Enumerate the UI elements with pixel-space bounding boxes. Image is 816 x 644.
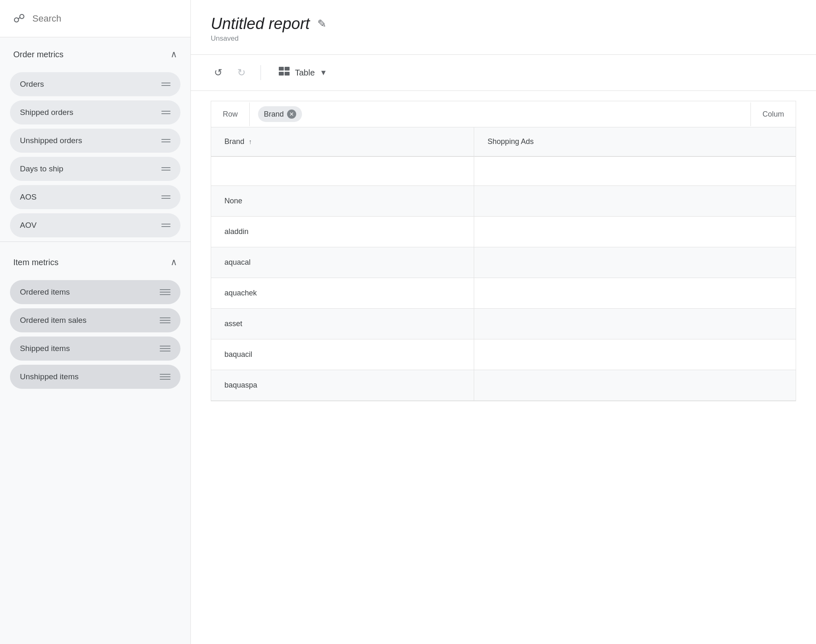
shipped-orders-drag-handle[interactable] [161,111,171,114]
svg-rect-2 [279,72,284,76]
sidebar-item-shipped-items[interactable]: Shipped items [10,337,180,361]
brand-cell: baquaspa [211,370,474,400]
shopping-ads-header-label: Shopping Ads [487,137,533,146]
sidebar-item-orders[interactable]: Orders [10,72,180,96]
svg-rect-0 [279,67,284,71]
svg-rect-3 [285,72,290,76]
main-panel: Untitled report ✎ Unsaved ↺ ↻ [191,0,816,644]
table-header-row: Brand ↑ Shopping Ads [211,127,796,156]
report-title: Untitled report [211,15,310,33]
brand-cell: asset [211,308,474,339]
svg-rect-1 [285,67,290,71]
orders-label: Orders [20,80,44,89]
aov-drag-handle[interactable] [161,224,171,227]
sort-icon: ↑ [248,138,252,146]
shopping-ads-cell [474,185,796,216]
shopping-ads-cell [474,339,796,370]
shopping-ads-cell [474,216,796,247]
aov-label: AOV [20,221,37,230]
ordered-item-sales-drag-handle[interactable] [160,317,171,323]
table-type-button[interactable]: Table ▼ [273,63,333,82]
order-metrics-chevron[interactable]: ∧ [171,49,177,60]
data-table-wrapper: Brand ↑ Shopping Ads Nonealaddinaquacala… [211,127,796,401]
ordered-items-label: Ordered items [20,288,70,297]
orders-drag-handle[interactable] [161,83,171,86]
sidebar-item-ordered-items[interactable]: Ordered items [10,280,180,304]
brand-chip-remove[interactable]: ✕ [287,110,296,119]
brand-cell [211,156,474,185]
table-icon [278,66,290,79]
unshipped-items-drag-handle[interactable] [160,374,171,380]
sidebar-item-days-to-ship[interactable]: Days to ship [10,157,180,181]
report-title-row: Untitled report ✎ [211,15,796,33]
item-metrics-chevron[interactable]: ∧ [171,257,177,268]
search-bar: ☍ [0,0,190,37]
sidebar-content: Order metrics ∧ Orders Shipped orders [0,37,190,644]
brand-chip-label: Brand [264,110,284,119]
brand-chip[interactable]: Brand ✕ [258,106,302,122]
shipped-items-label: Shipped items [20,344,70,353]
brand-cell: aquachek [211,278,474,308]
brand-cell: aquacal [211,247,474,278]
table-row: aladdin [211,216,796,247]
item-metrics-section: Item metrics ∧ Ordered items Ordered ite… [0,245,190,389]
undo-button[interactable]: ↺ [211,65,226,80]
brand-cell: aladdin [211,216,474,247]
edit-icon[interactable]: ✎ [317,17,326,30]
days-to-ship-label: Days to ship [20,164,63,173]
col-label: Colum [750,102,796,126]
section-divider [0,242,190,242]
sidebar: ☍ Order metrics ∧ Orders Shipped orders [0,0,191,644]
row-content: Brand ✕ [250,101,750,127]
redo-button[interactable]: ↻ [234,65,249,80]
sidebar-item-shipped-orders[interactable]: Shipped orders [10,100,180,124]
dropdown-arrow-icon: ▼ [320,68,327,77]
report-title-area: Untitled report ✎ Unsaved [211,15,796,43]
ordered-items-drag-handle[interactable] [160,289,171,295]
sidebar-item-unshipped-orders[interactable]: Unshipped orders [10,129,180,153]
table-row: aquachek [211,278,796,308]
brand-header-label: Brand [224,137,244,146]
aos-label: AOS [20,193,37,202]
brand-cell: baquacil [211,339,474,370]
table-label: Table [295,68,315,78]
order-metrics-header: Order metrics ∧ [0,37,190,68]
shipped-orders-label: Shipped orders [20,108,73,117]
aos-drag-handle[interactable] [161,195,171,199]
shipped-items-drag-handle[interactable] [160,346,171,351]
order-metrics-section: Order metrics ∧ Orders Shipped orders [0,37,190,237]
shopping-ads-cell [474,156,796,185]
table-row: baquaspa [211,370,796,400]
sidebar-item-aov[interactable]: AOV [10,213,180,237]
shopping-ads-cell [474,308,796,339]
ordered-item-sales-label: Ordered item sales [20,316,87,325]
row-col-selector: Row Brand ✕ Colum [211,101,796,127]
sidebar-item-aos[interactable]: AOS [10,185,180,209]
action-toolbar: ↺ ↻ Table ▼ [191,55,816,91]
order-metrics-label: Order metrics [13,50,63,59]
shopping-ads-cell [474,247,796,278]
sidebar-item-unshipped-items[interactable]: Unshipped items [10,365,180,389]
table-row: None [211,185,796,216]
data-table: Brand ↑ Shopping Ads Nonealaddinaquacala… [211,127,796,401]
days-to-ship-drag-handle[interactable] [161,167,171,171]
shopping-ads-cell [474,370,796,400]
search-input[interactable] [32,13,177,24]
unshipped-items-label: Unshipped items [20,372,79,381]
row-label: Row [211,102,250,126]
item-metrics-label: Item metrics [13,258,58,267]
header-toolbar: Untitled report ✎ Unsaved [191,0,816,55]
table-row: aquacal [211,247,796,278]
brand-column-header[interactable]: Brand ↑ [211,127,474,156]
brand-cell: None [211,185,474,216]
table-row [211,156,796,185]
unshipped-orders-drag-handle[interactable] [161,139,171,142]
search-icon: ☍ [13,12,25,25]
report-subtitle: Unsaved [211,34,796,43]
unshipped-orders-label: Unshipped orders [20,136,82,145]
table-area: Row Brand ✕ Colum Brand [191,91,816,644]
shopping-ads-column-header[interactable]: Shopping Ads [474,127,796,156]
item-metrics-header: Item metrics ∧ [0,245,190,276]
table-row: asset [211,308,796,339]
sidebar-item-ordered-item-sales[interactable]: Ordered item sales [10,308,180,332]
